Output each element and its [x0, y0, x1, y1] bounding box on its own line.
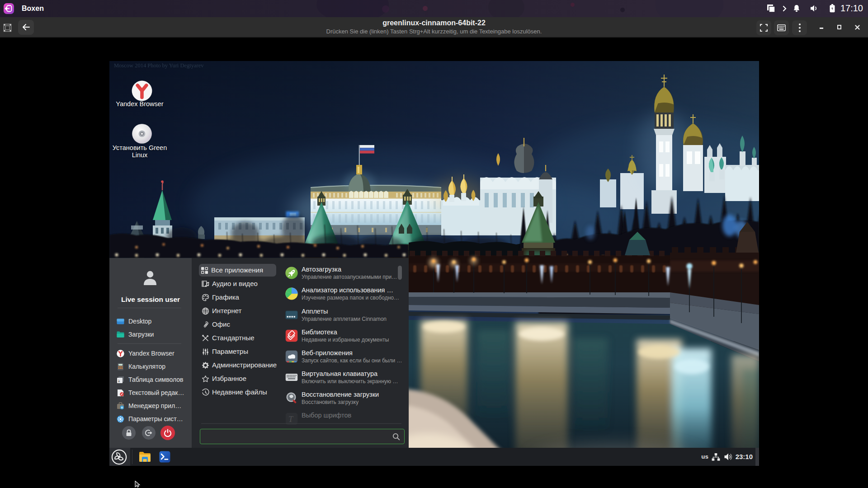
svg-text:à: à: [118, 379, 120, 383]
svg-text:Moscow 2014 Photo by Yuri Degt: Moscow 2014 Photo by Yuri Degtyarev: [114, 62, 204, 69]
